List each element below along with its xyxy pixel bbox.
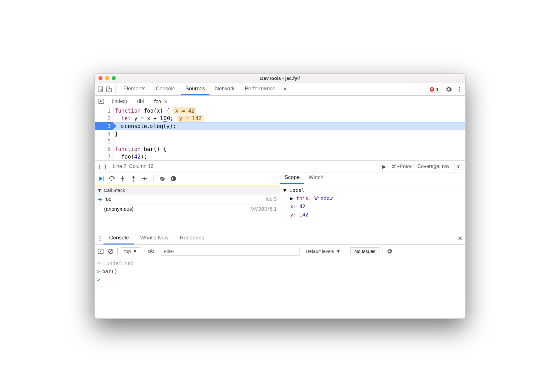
drawer-tab-whatsnew[interactable]: What's New: [134, 232, 174, 244]
more-tabs-button[interactable]: »: [281, 83, 289, 95]
file-tab-dbl[interactable]: dbl: [132, 96, 149, 107]
console-settings-gear-icon[interactable]: [386, 248, 393, 255]
issues-button[interactable]: No Issues: [350, 247, 380, 255]
scope-body: ▼ Local ▶ this: Window x: 42 y: 142: [280, 184, 466, 221]
svg-point-3: [459, 87, 460, 88]
deactivate-breakpoints-icon[interactable]: [159, 175, 166, 182]
drawer-tabs: Console What's New Rendering ✕: [95, 232, 465, 245]
close-tab-icon[interactable]: ✕: [164, 99, 168, 104]
levels-label: Default levels: [306, 249, 334, 254]
drawer-tab-console[interactable]: Console: [104, 232, 134, 244]
editor-statusbar: { } Line 2, Column 16 ▶ ⌘+Enter Coverage…: [95, 160, 465, 172]
kebab-menu-icon[interactable]: [456, 86, 463, 93]
tab-elements[interactable]: Elements: [119, 83, 150, 95]
step-into-icon[interactable]: [119, 175, 126, 182]
code-line[interactable]: 4}: [95, 130, 465, 138]
frame-name: (anonymous): [104, 206, 133, 212]
svg-point-16: [99, 238, 100, 239]
line-number[interactable]: 7: [95, 153, 114, 160]
svg-rect-7: [103, 176, 104, 181]
chevron-down-icon: ▼: [336, 249, 341, 254]
code-editor[interactable]: 1function foo(x) {x = 422 let y = x + 10…: [95, 107, 465, 160]
console-filter-input[interactable]: [161, 247, 300, 256]
close-drawer-icon[interactable]: ✕: [456, 235, 463, 242]
collapse-triangle-icon: ▼: [97, 188, 102, 193]
run-snippet-icon[interactable]: ▶: [382, 164, 386, 170]
svg-point-10: [133, 180, 134, 182]
scope-variable[interactable]: x: 42: [283, 203, 462, 211]
devtools-window: DevTools - jec.fyi/ Elements Console Sou…: [94, 73, 466, 319]
inspect-icon[interactable]: [97, 86, 104, 93]
step-out-icon[interactable]: [130, 175, 137, 182]
step-over-icon[interactable]: [109, 175, 115, 182]
console-sidebar-toggle-icon[interactable]: [97, 248, 104, 255]
scope-variable[interactable]: ▶ this: Window: [283, 194, 462, 203]
main-panel-tabs: Elements Console Sources Network Perform…: [95, 83, 465, 96]
log-levels-selector[interactable]: Default levels ▼: [303, 248, 344, 255]
line-number[interactable]: 1: [95, 107, 114, 115]
pause-exceptions-icon[interactable]: [170, 175, 177, 182]
code-line[interactable]: 2 let y = x + 100;y = 142: [95, 115, 465, 122]
error-count-badge[interactable]: ✕ 1: [427, 86, 441, 92]
code-content: }: [114, 130, 465, 138]
cursor-position: Line 2, Column 16: [113, 164, 154, 169]
file-tabs: (index) dbl foo ✕: [95, 96, 465, 107]
code-content: [114, 138, 465, 145]
console-output[interactable]: <· undefined>bar()>: [95, 258, 465, 285]
context-label: top: [124, 249, 131, 254]
tab-performance[interactable]: Performance: [240, 83, 280, 95]
code-line[interactable]: 1function foo(x) {x = 42: [95, 107, 465, 115]
window-title: DevTools - jec.fyi/: [95, 76, 465, 81]
scope-local-header[interactable]: ▼ Local: [283, 186, 462, 194]
svg-rect-14: [174, 177, 174, 180]
drawer-tab-rendering[interactable]: Rendering: [174, 232, 210, 244]
step-icon[interactable]: [141, 175, 148, 182]
console-row[interactable]: >bar(): [97, 267, 463, 276]
line-number[interactable]: 6: [95, 145, 114, 153]
pretty-print-icon[interactable]: { }: [98, 164, 107, 170]
frame-name: foo: [104, 196, 111, 202]
tab-console[interactable]: Console: [151, 83, 180, 95]
callstack-header[interactable]: ▼ Call Stack: [95, 186, 280, 194]
tab-sources[interactable]: Sources: [181, 83, 209, 95]
callstack-frame[interactable]: ➔foofoo:3: [95, 194, 280, 204]
coverage-label: Coverage: n/a: [417, 164, 449, 169]
current-frame-icon: ➔: [98, 196, 102, 202]
scope-variable[interactable]: y: 142: [283, 211, 462, 219]
code-line[interactable]: 5: [95, 138, 465, 145]
console-row[interactable]: <· undefined: [97, 259, 463, 267]
callstack-title: Call Stack: [104, 188, 125, 193]
code-content: ▷console.▷log(y);: [114, 122, 465, 130]
svg-point-4: [459, 89, 460, 90]
file-tab-foo[interactable]: foo ✕: [149, 96, 173, 107]
line-number[interactable]: 2: [95, 115, 114, 122]
line-number[interactable]: 4: [95, 130, 114, 138]
clear-console-icon[interactable]: [107, 248, 114, 255]
line-number[interactable]: 5: [95, 138, 114, 145]
code-line[interactable]: 7 foo(42);: [95, 153, 465, 160]
statusbar-dropdown-icon[interactable]: [455, 163, 462, 170]
context-selector[interactable]: top ▼: [121, 247, 141, 255]
file-tab-index[interactable]: (index): [107, 96, 132, 107]
navigator-toggle-icon[interactable]: [98, 98, 105, 105]
tab-watch[interactable]: Watch: [304, 174, 328, 184]
code-line[interactable]: 6function bar() {: [95, 145, 465, 153]
device-toolbar-icon[interactable]: [105, 86, 112, 93]
tab-network[interactable]: Network: [211, 83, 239, 95]
console-toolbar: top ▼ Default levels ▼ No Issues: [95, 245, 465, 258]
code-content: function foo(x) {x = 42: [114, 107, 465, 115]
live-expression-icon[interactable]: [148, 248, 154, 255]
line-number[interactable]: 3: [95, 122, 114, 130]
callstack-frame[interactable]: (anonymous)VM20376:1: [95, 204, 280, 214]
resume-icon[interactable]: [98, 175, 105, 182]
svg-point-8: [111, 180, 112, 181]
console-row[interactable]: >: [97, 276, 463, 284]
tab-scope[interactable]: Scope: [280, 174, 304, 184]
svg-rect-13: [172, 177, 173, 180]
settings-gear-icon[interactable]: [445, 86, 452, 93]
code-line[interactable]: 3 ▷console.▷log(y);: [95, 122, 465, 130]
drawer-kebab-icon[interactable]: [97, 235, 104, 242]
svg-point-9: [122, 180, 123, 182]
debugger-toolbar: [95, 172, 280, 185]
file-tab-label: foo: [154, 99, 161, 104]
